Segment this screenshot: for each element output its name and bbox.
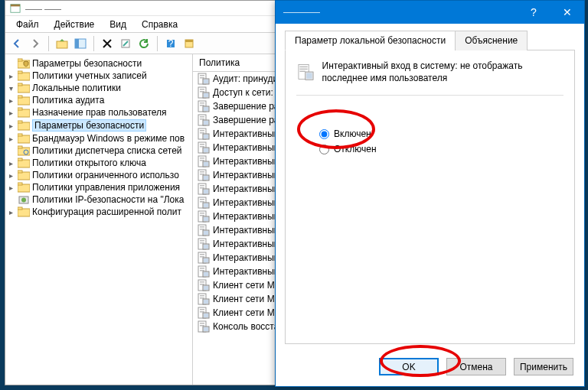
policy-item-icon [198,114,210,126]
folder-icon [18,158,30,168]
tree-node[interactable]: ▸Политика аудита [5,94,192,106]
svg-rect-73 [200,171,204,173]
svg-rect-126 [204,314,208,317]
tree-node[interactable]: ▸Политики управления приложения [5,181,192,193]
help-button[interactable]: ? [162,35,179,52]
twisty-icon[interactable]: ▸ [7,184,15,192]
policy-row-label: Интерактивный [213,239,279,249]
policy-item-icon [198,141,210,154]
svg-rect-61 [204,135,208,138]
radio-enabled-label: Включен [334,128,371,139]
twisty-icon[interactable]: ▸ [7,135,15,143]
tree-node[interactable]: ▸Параметры безопасности [5,119,192,132]
menu-view[interactable]: Вид [102,18,134,31]
radio-disabled-label: Отключен [334,144,377,154]
tree-node-label: Конфигурация расширенной полит [32,206,181,217]
policy-row-label: Завершение ра [213,101,279,112]
svg-rect-128 [200,323,204,324]
tree-node-label: Локальные политики [32,83,121,93]
tree-node-label: Политики ограниченного использо [32,170,179,180]
tree-node[interactable]: ▸Политики ограниченного использо [5,169,192,181]
tab-explain[interactable]: Объяснение [455,31,528,50]
tree-node-label: Брандмауэр Windows в режиме пов [32,133,185,144]
ok-button[interactable]: OK [379,358,439,375]
policy-item-icon [198,73,210,85]
tree-node[interactable]: ▸Назначение прав пользователя [5,106,192,119]
folder-icon [18,133,30,144]
svg-rect-88 [200,213,204,214]
tab-content: Интерактивный вход в систему: не отображ… [285,50,575,344]
policy-row-label: Аудит: принуди [213,73,278,84]
dialog-titlebar[interactable]: ———— ? ✕ [276,1,584,24]
svg-rect-135 [299,71,305,72]
twisty-icon[interactable]: ▸ [7,122,15,130]
radio-disabled-input[interactable] [319,145,329,154]
dialog-close-button[interactable]: ✕ [550,1,584,24]
svg-rect-116 [204,286,208,290]
svg-rect-19 [18,108,22,110]
dialog-help-button[interactable]: ? [517,1,550,24]
policy-item-icon [198,307,210,319]
svg-rect-109 [200,270,204,271]
folder-icon [18,182,30,193]
radio-enabled[interactable]: Включен [319,126,564,141]
menu-file[interactable]: Файл [8,18,47,31]
nav-back-button[interactable] [8,35,25,52]
policy-row-label: Клиент сети Mi [213,280,276,291]
folder-icon [18,95,30,106]
tree-node-label: Назначение прав пользователя [32,107,167,118]
tree-node[interactable]: ▸Политики открытого ключа [5,157,192,169]
radio-enabled-input[interactable] [319,129,329,139]
export-button[interactable] [117,35,134,52]
shield-folder-icon [18,58,30,69]
show-hide-tree-button[interactable] [72,35,89,52]
svg-rect-134 [299,69,307,70]
twisty-icon[interactable]: ▸ [7,208,15,216]
svg-rect-133 [299,67,307,67]
twisty-icon[interactable]: ▸ [7,72,15,80]
svg-rect-15 [18,83,22,86]
twisty-icon[interactable]: ▸ [7,159,15,167]
svg-rect-43 [200,89,204,90]
cancel-button[interactable]: Отмена [446,358,506,375]
svg-rect-56 [204,121,208,125]
properties-button[interactable] [181,35,198,52]
tree-node[interactable]: Политики IP-безопасности на "Лока [5,193,192,206]
svg-rect-28 [18,158,22,161]
tree-node[interactable]: ▸Брандмауэр Windows в режиме пов [5,132,192,145]
toolbar-sep [48,36,49,51]
svg-rect-111 [204,272,208,276]
properties-dialog: ———— ? ✕ Параметр локальной безопасности… [275,0,585,387]
radio-disabled[interactable]: Отключен [319,141,564,157]
svg-rect-39 [200,77,204,79]
up-button[interactable] [54,35,70,52]
refresh-button[interactable] [136,35,152,52]
tree-node[interactable]: ▸Политики учетных записей [5,70,192,82]
folder-net-icon [18,145,30,156]
svg-rect-96 [204,231,208,235]
tab-local-setting[interactable]: Параметр локальной безопасности [285,31,456,50]
tree-node[interactable]: ▸Конфигурация расширенной полит [5,206,192,218]
twisty-icon[interactable]: ▸ [7,96,15,105]
delete-button[interactable] [99,35,116,52]
policy-item-icon [198,320,210,333]
tree-node[interactable]: ▾Локальные политики [5,82,192,94]
tree-node-label: Политики диспетчера списка сетей [32,145,182,156]
twisty-icon[interactable]: ▸ [7,171,15,180]
twisty-icon[interactable]: ▾ [7,84,15,93]
svg-rect-76 [204,176,208,180]
twisty-icon[interactable]: ▸ [7,109,15,117]
svg-rect-114 [200,284,204,285]
policy-item-icon [198,100,210,112]
apply-button[interactable]: Применить [514,358,573,375]
folder-icon [18,170,30,180]
nav-forward-button[interactable] [27,35,44,52]
tree-root[interactable]: Параметры безопасности [5,57,192,70]
svg-rect-123 [200,309,204,310]
svg-rect-118 [200,295,204,297]
tree-pane[interactable]: Параметры безопасности ▸Политики учетных… [5,54,193,385]
menu-action[interactable]: Действие [47,18,103,31]
menu-help[interactable]: Справка [134,18,185,31]
tree-node[interactable]: Политики диспетчера списка сетей [5,145,192,157]
policy-heading-text: Интерактивный вход в систему: не отображ… [322,60,564,84]
